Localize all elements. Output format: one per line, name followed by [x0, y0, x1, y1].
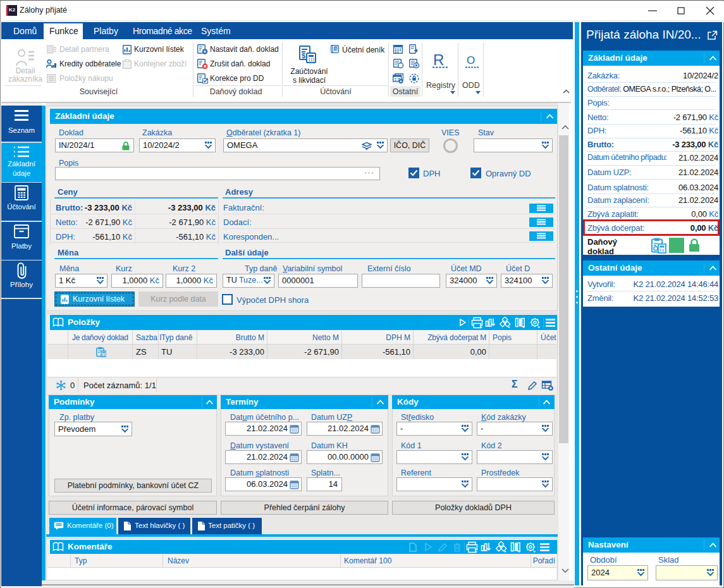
svg-text:$: $ [302, 52, 305, 59]
svg-text:$: $ [335, 47, 338, 51]
